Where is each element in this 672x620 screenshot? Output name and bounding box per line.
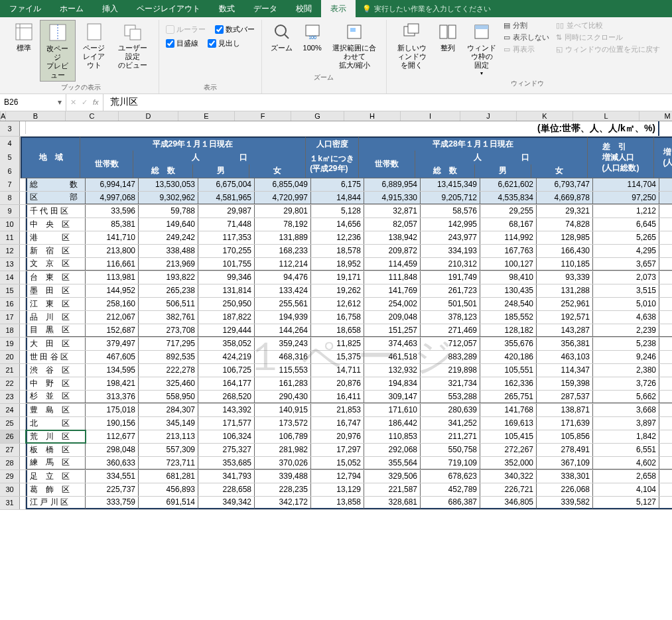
cancel-icon[interactable]: ✕ — [70, 98, 76, 107]
cell[interactable]: 59,788 — [139, 205, 198, 217]
cell[interactable]: 13,129 — [311, 483, 364, 496]
cell[interactable]: 3,897 — [593, 417, 659, 430]
cell[interactable]: 101,755 — [198, 258, 255, 271]
cell[interactable]: 225,737 — [86, 483, 139, 496]
cell[interactable] — [20, 457, 26, 469]
cell[interactable]: 138,871 — [537, 404, 593, 416]
cell[interactable] — [20, 470, 26, 483]
cell[interactable]: 142,995 — [421, 218, 480, 231]
cell[interactable]: 190,156 — [86, 417, 139, 430]
region-cell[interactable]: 豊 島 区 — [26, 404, 86, 416]
cell[interactable]: 338,488 — [139, 245, 198, 257]
cell[interactable]: 243,977 — [421, 231, 480, 244]
cell[interactable]: 349,342 — [198, 497, 255, 509]
cell[interactable]: 2,658 — [593, 470, 659, 483]
cell[interactable]: 717,295 — [139, 338, 198, 350]
cell[interactable] — [20, 391, 26, 403]
cell[interactable]: 339,582 — [537, 497, 593, 509]
region-cell[interactable]: 区 部 — [26, 192, 86, 204]
row-header[interactable]: 5 — [0, 151, 20, 164]
cell[interactable]: 1.19 — [659, 444, 672, 456]
cell[interactable]: 284,307 — [139, 404, 198, 416]
region-cell[interactable]: 北 区 — [26, 417, 86, 430]
unit-cell[interactable]: (単位:世帯、人、人/k㎡、%) — [26, 121, 659, 136]
cell[interactable]: 128,182 — [480, 324, 537, 337]
cell[interactable]: 252,961 — [537, 298, 593, 310]
cell[interactable]: 4,535,834 — [480, 192, 537, 204]
cell[interactable]: 557,309 — [139, 444, 198, 456]
region-cell[interactable]: 大 田 区 — [26, 338, 86, 350]
cell[interactable]: 170,255 — [198, 245, 255, 257]
cell[interactable]: 16,758 — [311, 311, 364, 324]
cell[interactable] — [20, 338, 26, 350]
cell[interactable]: 550,758 — [421, 444, 480, 456]
cell[interactable]: 723,711 — [139, 457, 198, 469]
cell[interactable]: 345,149 — [139, 417, 198, 430]
cell[interactable]: 271,469 — [421, 324, 480, 337]
cell[interactable]: 712,057 — [421, 338, 480, 350]
region-cell[interactable]: 葛 飾 区 — [26, 483, 86, 496]
col-header-D[interactable]: D — [119, 111, 178, 121]
cell[interactable] — [20, 497, 26, 509]
cell[interactable]: 281,982 — [255, 444, 311, 456]
cell[interactable]: 379,497 — [86, 338, 139, 350]
cell[interactable] — [20, 417, 26, 430]
cell[interactable]: 100,127 — [480, 258, 537, 271]
col-header-C[interactable]: C — [66, 111, 119, 121]
row-header[interactable]: 23 — [0, 391, 20, 403]
cell[interactable]: 228,235 — [255, 483, 311, 496]
cell[interactable] — [20, 444, 26, 456]
tab-校閲[interactable]: 校閲 — [287, 0, 321, 17]
col-header-M[interactable]: M — [639, 111, 672, 121]
cell[interactable]: 194,939 — [255, 311, 311, 324]
cell[interactable]: 219,898 — [421, 364, 480, 377]
cell[interactable]: 105,415 — [480, 430, 537, 443]
row-header[interactable]: 11 — [0, 231, 20, 244]
tell-me[interactable]: 💡 実行したい作業を入力してください — [356, 4, 498, 14]
headings-checkbox[interactable]: 見出し — [206, 38, 241, 49]
row-header[interactable]: 18 — [0, 324, 20, 337]
cell[interactable]: 275,327 — [198, 444, 255, 456]
cell[interactable]: 290,430 — [255, 391, 311, 403]
cell[interactable]: 110,185 — [537, 258, 593, 271]
cell[interactable]: 321,734 — [421, 377, 480, 390]
cell[interactable]: 192,571 — [537, 311, 593, 324]
cell[interactable] — [20, 192, 26, 204]
col-header-F[interactable]: F — [235, 111, 291, 121]
col-header-H[interactable]: H — [344, 111, 401, 121]
cell[interactable]: 97,250 — [593, 192, 659, 204]
zoom-100-button[interactable]: 100100% — [298, 20, 327, 54]
cell[interactable]: 6,889,954 — [364, 178, 421, 191]
cell[interactable]: 149,640 — [139, 218, 198, 231]
cell[interactable]: 686,387 — [421, 497, 480, 509]
cell[interactable]: 273,708 — [139, 324, 198, 337]
formula-bar-checkbox[interactable]: 数式バー — [214, 24, 256, 35]
cell[interactable]: 461,518 — [364, 351, 421, 363]
normal-view-button[interactable]: 標準 — [9, 20, 38, 54]
cell[interactable]: 4,104 — [593, 483, 659, 496]
cell[interactable]: 280,639 — [421, 404, 480, 416]
row-header[interactable]: 17 — [0, 311, 20, 324]
region-cell[interactable]: 荒 川 区 — [26, 430, 86, 443]
region-cell[interactable]: 墨 田 区 — [26, 284, 86, 297]
cell[interactable]: 6,675,004 — [198, 178, 255, 191]
region-cell[interactable]: 港 区 — [26, 231, 86, 244]
region-cell[interactable]: 千 代 田 区 — [26, 205, 86, 217]
cell[interactable]: 130,435 — [480, 284, 537, 297]
cell[interactable]: 334,193 — [421, 245, 480, 257]
cell[interactable]: 99,346 — [198, 271, 255, 284]
cell[interactable]: 114,459 — [364, 258, 421, 271]
cell[interactable]: 112,677 — [86, 430, 139, 443]
cell[interactable]: 105,856 — [537, 430, 593, 443]
cell[interactable]: 140,915 — [255, 404, 311, 416]
cell[interactable] — [20, 271, 26, 284]
cell[interactable]: 144,264 — [255, 324, 311, 337]
cell[interactable]: 2,380 — [593, 364, 659, 377]
cell[interactable]: 338,301 — [537, 470, 593, 483]
cell[interactable]: 1,212 — [593, 205, 659, 217]
cell[interactable]: 166,430 — [537, 245, 593, 257]
cell[interactable]: 209,872 — [364, 245, 421, 257]
cell[interactable]: 360,633 — [86, 457, 139, 469]
cell[interactable]: 1.06 — [659, 192, 672, 204]
cell[interactable]: 33,596 — [86, 205, 139, 217]
